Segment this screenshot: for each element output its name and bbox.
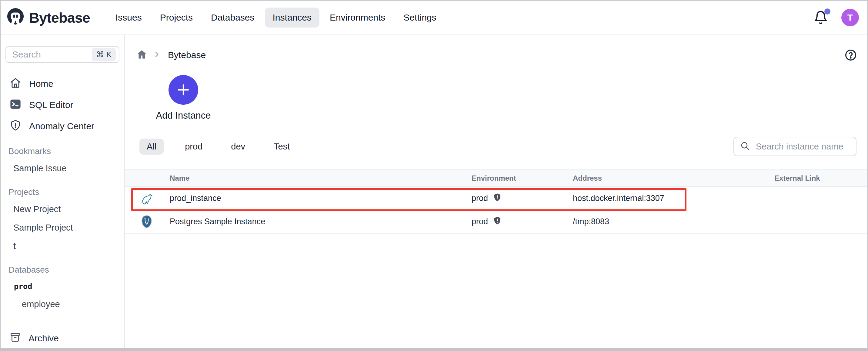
sidebar-item-anomaly-center[interactable]: Anomaly Center — [1, 115, 124, 137]
sidebar-item-project-t[interactable]: t — [1, 237, 124, 255]
sidebar-item-new-project[interactable]: New Project — [1, 200, 124, 218]
navbar-right: T — [813, 9, 859, 26]
nav-settings[interactable]: Settings — [396, 7, 444, 28]
filter-row: All prod dev Test — [140, 137, 857, 156]
main-content: Bytebase Add Instance — [125, 35, 867, 348]
environment-label: prod — [472, 194, 488, 203]
breadcrumb: Bytebase — [136, 48, 857, 62]
plus-icon[interactable] — [168, 75, 198, 105]
column-header-external-link: External Link — [774, 174, 867, 182]
postgres-icon — [125, 215, 170, 229]
top-navbar: Bytebase Issues Projects Databases Insta… — [1, 1, 867, 35]
sidebar-item-env-prod[interactable]: prod — [1, 278, 124, 295]
column-header-address: Address — [573, 174, 774, 182]
notification-dot — [824, 8, 830, 14]
environment-cell: prod — [472, 193, 573, 204]
nav-instances[interactable]: Instances — [265, 7, 319, 28]
environment-label: prod — [472, 217, 488, 226]
shield-protected-icon — [493, 216, 502, 227]
nav-issues[interactable]: Issues — [107, 7, 150, 28]
instance-search[interactable] — [734, 137, 857, 156]
search-input[interactable] — [11, 49, 92, 60]
sidebar-item-db-employee[interactable]: employee — [1, 295, 124, 314]
filter-tab-test[interactable]: Test — [267, 139, 297, 154]
table-row-prod-instance[interactable]: prod_instance prod host.docker.internal:… — [125, 187, 867, 210]
column-header-name: Name — [170, 174, 472, 182]
brand[interactable]: Bytebase — [6, 7, 90, 28]
help-icon[interactable] — [844, 49, 857, 62]
instance-address: /tmp:8083 — [573, 217, 774, 226]
section-title-projects: Projects — [1, 182, 124, 200]
nav-databases[interactable]: Databases — [203, 7, 262, 28]
home-icon — [10, 77, 21, 91]
mysql-icon — [125, 191, 170, 206]
filter-tab-prod[interactable]: prod — [178, 139, 210, 154]
archive-icon — [10, 332, 21, 345]
instance-table: Name Environment Address External Link p… — [125, 170, 867, 234]
column-header-environment: Environment — [472, 174, 573, 182]
avatar[interactable]: T — [841, 9, 859, 26]
sidebar-item-sql-editor[interactable]: SQL Editor — [1, 95, 124, 115]
sidebar-item-label: Archive — [29, 333, 59, 344]
instance-name: prod_instance — [170, 194, 472, 203]
instance-search-input[interactable] — [755, 141, 850, 152]
table-header: Name Environment Address External Link — [125, 170, 867, 187]
sidebar-item-sample-issue[interactable]: Sample Issue — [1, 159, 124, 178]
table-row-postgres-sample-instance[interactable]: Postgres Sample Instance prod /tmp:8083 — [125, 210, 867, 234]
shield-protected-icon — [493, 193, 502, 204]
sidebar: ⌘ K Home — [1, 35, 125, 348]
brand-name: Bytebase — [29, 9, 90, 26]
add-instance-label: Add Instance — [144, 110, 223, 121]
search-icon — [740, 141, 750, 152]
sidebar-item-archive[interactable]: Archive — [1, 328, 124, 348]
breadcrumb-home-icon[interactable] — [136, 49, 147, 61]
nav-projects[interactable]: Projects — [152, 7, 200, 28]
filter-tab-all[interactable]: All — [140, 139, 164, 154]
sidebar-nav: Home SQL Editor — [1, 73, 124, 137]
terminal-icon — [10, 98, 21, 112]
filter-tab-dev[interactable]: dev — [224, 139, 252, 154]
sidebar-search[interactable]: ⌘ K — [5, 46, 119, 63]
main-nav: Issues Projects Databases Instances Envi… — [107, 7, 444, 28]
sidebar-item-home[interactable]: Home — [1, 73, 124, 95]
environment-cell: prod — [472, 216, 573, 227]
instance-address: host.docker.internal:3307 — [573, 194, 774, 203]
chevron-right-icon — [153, 50, 161, 60]
sidebar-item-label: SQL Editor — [29, 100, 73, 110]
instance-name: Postgres Sample Instance — [170, 217, 472, 226]
bytebase-logo-icon — [6, 7, 25, 28]
app-window: Bytebase Issues Projects Databases Insta… — [0, 0, 868, 351]
sidebar-item-label: Anomaly Center — [29, 121, 94, 131]
breadcrumb-current: Bytebase — [168, 50, 206, 60]
notification-bell-icon[interactable] — [813, 10, 828, 25]
add-instance-button[interactable]: Add Instance — [144, 75, 223, 121]
app-shell: ⌘ K Home — [1, 35, 867, 348]
keyboard-shortcut-hint: ⌘ K — [92, 48, 116, 61]
section-title-databases: Databases — [1, 260, 124, 278]
section-title-bookmarks: Bookmarks — [1, 142, 124, 159]
sidebar-item-sample-project[interactable]: Sample Project — [1, 218, 124, 237]
sidebar-item-label: Home — [29, 79, 53, 89]
nav-environments[interactable]: Environments — [322, 7, 393, 28]
shield-alert-icon — [10, 119, 21, 133]
